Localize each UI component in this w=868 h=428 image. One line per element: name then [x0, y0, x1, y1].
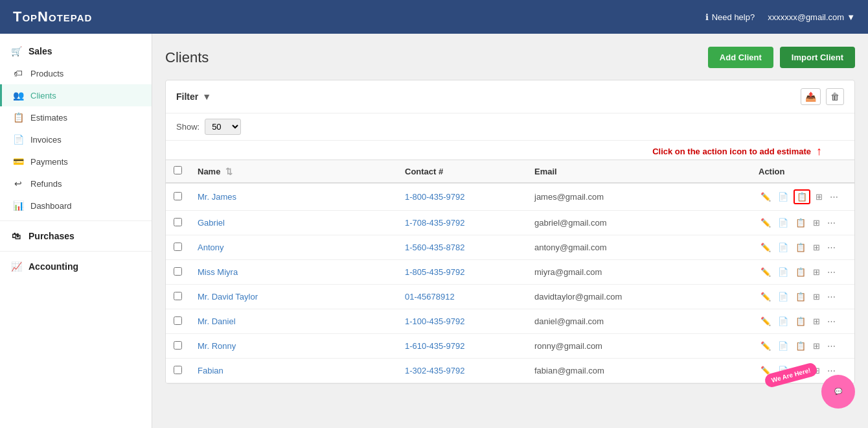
- table-icon[interactable]: ⊞: [811, 291, 822, 303]
- edit-icon[interactable]: ✏️: [759, 217, 773, 229]
- help-icon: ℹ: [705, 12, 709, 22]
- edit-icon[interactable]: ✏️: [759, 191, 773, 203]
- client-contact[interactable]: 1-610-435-9792: [405, 341, 465, 351]
- more-icon[interactable]: ⋯: [825, 266, 838, 278]
- table-icon[interactable]: ⊞: [811, 217, 822, 229]
- table-row: Mr. David Taylor01-45678912davidtaylor@g…: [166, 285, 854, 309]
- table-row: Miss Miyra1-805-435-9792miyra@gmail.com …: [166, 260, 854, 285]
- view-icon[interactable]: 📄: [776, 340, 790, 352]
- row-checkbox[interactable]: [174, 218, 182, 226]
- sidebar-item-estimates[interactable]: 📋 Estimates: [0, 106, 152, 128]
- row-checkbox[interactable]: [174, 341, 182, 350]
- export-csv-button[interactable]: 📤: [801, 88, 821, 105]
- sidebar-dashboard-label: Dashboard: [30, 201, 72, 211]
- estimate-icon[interactable]: 📋: [794, 291, 808, 303]
- sidebar-divider-2: [0, 251, 152, 252]
- sidebar-item-payments[interactable]: 💳 Payments: [0, 150, 152, 172]
- sidebar-item-refunds[interactable]: ↩ Refunds: [0, 172, 152, 195]
- estimate-icon[interactable]: 📋: [794, 189, 810, 204]
- row-checkbox[interactable]: [174, 267, 182, 276]
- client-name-link[interactable]: Mr. Daniel: [198, 316, 236, 326]
- user-email: xxxxxxx@gmail.com: [768, 12, 844, 22]
- client-name-link[interactable]: Mr. David Taylor: [198, 292, 258, 302]
- estimate-icon[interactable]: 📋: [794, 266, 808, 278]
- action-icons: ✏️ 📄 📋 ⊞ ⋯: [759, 291, 847, 303]
- sidebar-item-products[interactable]: 🏷 Products: [0, 62, 152, 84]
- estimate-icon[interactable]: 📋: [794, 241, 808, 254]
- sidebar-sales-label: Sales: [29, 46, 52, 56]
- client-email: miyra@gmail.com: [527, 260, 751, 285]
- row-checkbox[interactable]: [174, 316, 182, 325]
- estimate-icon[interactable]: 📋: [794, 340, 808, 352]
- estimate-icon[interactable]: 📋: [794, 315, 808, 327]
- more-icon[interactable]: ⋯: [825, 315, 838, 327]
- annotation-arrow-icon: ↑: [816, 145, 822, 158]
- client-contact[interactable]: 1-560-435-8782: [405, 243, 465, 252]
- sidebar-item-dashboard[interactable]: 📊 Dashboard: [0, 195, 152, 217]
- edit-icon[interactable]: ✏️: [759, 291, 773, 303]
- client-contact[interactable]: 1-805-435-9792: [405, 267, 465, 277]
- filter-actions: 📤 🗑: [801, 88, 844, 105]
- table-row: Fabian1-302-435-9792fabian@gmail.com ✏️ …: [166, 359, 854, 383]
- client-name-link[interactable]: Antony: [198, 243, 223, 252]
- sidebar-item-invoices[interactable]: 📄 Invoices: [0, 128, 152, 150]
- client-contact[interactable]: 1-708-435-9792: [405, 218, 465, 228]
- client-contact[interactable]: 1-302-435-9792: [405, 366, 465, 375]
- view-icon[interactable]: 📄: [776, 241, 790, 254]
- client-contact[interactable]: 1-800-435-9792: [405, 192, 465, 202]
- header-action: Action: [751, 160, 854, 184]
- help-link[interactable]: ℹ Need help?: [705, 12, 755, 22]
- table-header-row: Name ⇅ Contact # Email Action: [166, 160, 854, 184]
- view-icon[interactable]: 📄: [776, 191, 790, 203]
- add-client-button[interactable]: Add Client: [708, 47, 773, 68]
- view-icon[interactable]: 📄: [776, 266, 790, 278]
- client-contact[interactable]: 1-100-435-9792: [405, 316, 465, 326]
- client-name-link[interactable]: Mr. Ronny: [198, 341, 236, 351]
- more-icon[interactable]: ⋯: [825, 217, 838, 229]
- edit-icon[interactable]: ✏️: [759, 315, 773, 327]
- edit-icon[interactable]: ✏️: [759, 241, 773, 254]
- row-checkbox[interactable]: [174, 292, 182, 300]
- app-logo: TopNotepad: [13, 8, 92, 25]
- edit-icon[interactable]: ✏️: [759, 340, 773, 352]
- show-select[interactable]: 50 25 100: [205, 119, 241, 135]
- view-icon[interactable]: 📄: [776, 291, 790, 303]
- more-icon[interactable]: ⋯: [825, 291, 838, 303]
- sidebar-item-purchases[interactable]: 🛍 Purchases: [0, 225, 152, 247]
- table-icon[interactable]: ⊞: [811, 266, 822, 278]
- filter-row: Filter ▼ 📤 🗑: [166, 80, 854, 113]
- table-icon[interactable]: ⊞: [814, 191, 825, 203]
- delete-filter-button[interactable]: 🗑: [826, 88, 844, 105]
- table-icon[interactable]: ⊞: [811, 315, 822, 327]
- table-icon[interactable]: ⊞: [811, 340, 822, 352]
- client-name-link[interactable]: Gabriel: [198, 218, 225, 228]
- client-contact[interactable]: 01-45678912: [405, 292, 455, 302]
- filter-funnel-icon: ▼: [202, 91, 211, 102]
- view-icon[interactable]: 📄: [776, 217, 790, 229]
- row-checkbox[interactable]: [174, 192, 182, 200]
- estimate-icon[interactable]: 📋: [794, 217, 808, 229]
- row-checkbox[interactable]: [174, 366, 182, 374]
- edit-icon[interactable]: ✏️: [759, 266, 773, 278]
- sidebar-item-accounting[interactable]: 📈 Accounting: [0, 256, 152, 278]
- more-icon[interactable]: ⋯: [825, 241, 838, 254]
- sidebar-item-clients[interactable]: 👥 Clients: [0, 84, 152, 106]
- more-icon[interactable]: ⋯: [828, 191, 840, 203]
- more-icon[interactable]: ⋯: [825, 340, 838, 352]
- export-icon: 📤: [805, 91, 816, 102]
- select-all-checkbox[interactable]: [174, 166, 182, 174]
- import-client-button[interactable]: Import Client: [780, 47, 855, 68]
- user-menu[interactable]: xxxxxxx@gmail.com ▼: [768, 12, 855, 22]
- client-name-link[interactable]: Fabian: [198, 366, 223, 375]
- row-checkbox[interactable]: [174, 243, 182, 251]
- client-name-link[interactable]: Mr. James: [198, 192, 236, 202]
- sidebar-item-sales[interactable]: 🛒 Sales: [0, 40, 152, 62]
- view-icon[interactable]: 📄: [776, 315, 790, 327]
- we-are-here-widget[interactable]: We Are Here! 💬: [821, 375, 855, 409]
- clients-table-card: Filter ▼ 📤 🗑 Show: 50 25: [165, 80, 855, 384]
- client-name-link[interactable]: Miss Miyra: [198, 267, 238, 277]
- sidebar-refunds-label: Refunds: [30, 179, 62, 189]
- table-icon[interactable]: ⊞: [811, 241, 822, 254]
- chevron-down-icon: ▼: [847, 12, 855, 22]
- we-are-here-badge[interactable]: 💬: [821, 375, 855, 409]
